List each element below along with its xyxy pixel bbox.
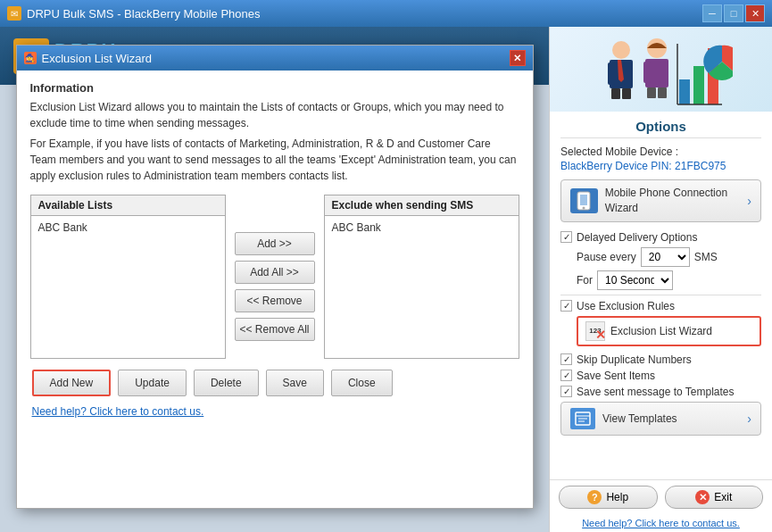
- svg-rect-13: [679, 79, 690, 104]
- save-sent-items-label: Save Sent Items: [577, 370, 655, 382]
- available-lists-panel: Available Lists ABC Bank: [30, 195, 226, 359]
- selected-device-label: Selected Mobile Device :: [560, 145, 761, 158]
- for-label: For: [577, 274, 593, 287]
- save-sent-items-row: ✓ Save Sent Items: [560, 370, 761, 382]
- arrow-right-icon: ›: [747, 194, 751, 208]
- title-bar-controls[interactable]: ─ □ ✕: [702, 4, 765, 22]
- use-exclusion-label: Use Exclusion Rules: [577, 300, 675, 312]
- minimize-button[interactable]: ─: [702, 4, 722, 22]
- svg-rect-20: [580, 195, 587, 205]
- available-lists-header: Available Lists: [30, 195, 226, 216]
- buttons-middle: Add >> Add All >> << Remove << Remove Al…: [235, 195, 315, 359]
- info-paragraph1: Exclusion List Wizard allows you to main…: [30, 99, 519, 131]
- lists-container: Available Lists ABC Bank Add >> Add All …: [30, 195, 519, 359]
- modal-title: Exclusion List Wizard: [42, 52, 153, 65]
- exclusion-icon: 123 ✕: [585, 321, 605, 341]
- header-illustration: [590, 30, 733, 109]
- exclusion-list-label: Exclusion List Wizard: [610, 325, 712, 337]
- pause-value-select[interactable]: 20 30 60: [641, 247, 690, 267]
- delayed-delivery-checkbox[interactable]: ✓: [560, 231, 572, 243]
- maximize-button[interactable]: □: [724, 4, 743, 22]
- title-bar-left: ✉ DRPU Bulk SMS - BlackBerry Mobile Phon…: [7, 6, 261, 21]
- delayed-delivery-label: Delayed Delivery Options: [577, 231, 697, 244]
- svg-rect-2: [608, 62, 615, 85]
- exclude-lists-box[interactable]: ABC Bank: [324, 216, 519, 359]
- save-sent-template-checkbox[interactable]: ✓: [560, 386, 572, 397]
- sms-label: SMS: [694, 251, 718, 263]
- add-new-button[interactable]: Add New: [32, 370, 112, 396]
- svg-rect-5: [622, 88, 631, 99]
- info-paragraph2: For Example, if you have lists of contac…: [30, 136, 519, 184]
- available-lists-box[interactable]: ABC Bank: [30, 216, 226, 359]
- help-label: Help: [606, 491, 628, 503]
- skip-duplicate-checkbox[interactable]: ✓: [560, 353, 572, 365]
- right-header-image: [550, 27, 772, 112]
- exclude-lists-header: Exclude when sending SMS: [324, 195, 519, 216]
- close-window-button[interactable]: ✕: [745, 4, 765, 22]
- help-button[interactable]: ? Help: [559, 486, 658, 509]
- save-sent-template-label: Save sent message to Templates: [577, 386, 735, 398]
- mobile-wizard-label: Mobile Phone Connection Wizard: [605, 186, 741, 216]
- modal-overlay: 🧙 Exclusion List Wizard ✕ Information Ex…: [0, 27, 549, 532]
- for-row: For 10 Seconds 20 Seconds 30 Seconds: [577, 270, 761, 290]
- mobile-phone-icon: [570, 188, 598, 213]
- right-options: Options Selected Mobile Device : BlackBe…: [550, 112, 772, 479]
- bottom-buttons: Add New Update Delete Save Close: [30, 370, 519, 396]
- app-icon: ✉: [7, 6, 21, 21]
- svg-rect-4: [611, 88, 620, 99]
- svg-rect-12: [658, 87, 667, 98]
- remove-button[interactable]: << Remove: [235, 289, 315, 312]
- modal-body: Information Exclusion List Wizard allows…: [17, 71, 533, 428]
- divider1: [560, 295, 761, 295]
- add-all-button[interactable]: Add All >>: [235, 261, 315, 284]
- exit-icon: ✕: [695, 490, 710, 504]
- pause-every-row: Pause every 20 30 60 SMS: [577, 247, 761, 267]
- use-exclusion-checkbox[interactable]: ✓: [560, 300, 572, 312]
- modal-dialog: 🧙 Exclusion List Wizard ✕ Information Ex…: [16, 45, 534, 509]
- exclude-lists-panel: Exclude when sending SMS ABC Bank: [324, 195, 519, 359]
- help-icon: ?: [587, 490, 602, 504]
- svg-rect-11: [647, 87, 656, 98]
- delete-button[interactable]: Delete: [194, 370, 259, 396]
- exclusion-list-wizard-button[interactable]: 123 ✕ Exclusion List Wizard: [577, 316, 761, 346]
- right-bottom-buttons: ? Help ✕ Exit: [550, 479, 772, 514]
- selected-device-value: BlackBerry Device PIN: 21FBC975: [560, 160, 761, 172]
- save-sent-items-checkbox[interactable]: ✓: [560, 370, 572, 381]
- pause-label: Pause every: [577, 251, 636, 263]
- skip-duplicate-row: ✓ Skip Duplicate Numbers: [560, 353, 761, 366]
- svg-point-21: [583, 206, 585, 209]
- use-exclusion-row: ✓ Use Exclusion Rules: [560, 300, 761, 312]
- view-templates-label: View Templates: [602, 412, 677, 425]
- skip-duplicate-label: Skip Duplicate Numbers: [577, 353, 692, 366]
- mobile-wizard-button[interactable]: Mobile Phone Connection Wizard ›: [560, 179, 761, 222]
- modal-close-button[interactable]: ✕: [510, 50, 526, 66]
- right-panel: Options Selected Mobile Device : BlackBe…: [549, 27, 772, 532]
- modal-help-link[interactable]: Need help? Click here to contact us.: [30, 405, 519, 418]
- svg-rect-3: [624, 62, 631, 85]
- delayed-delivery-row: ✓ Delayed Delivery Options: [560, 231, 761, 244]
- add-button[interactable]: Add >>: [235, 232, 315, 255]
- for-value-select[interactable]: 10 Seconds 20 Seconds 30 Seconds: [597, 270, 673, 290]
- info-section: Information Exclusion List Wizard allows…: [30, 81, 519, 184]
- window-title: DRPU Bulk SMS - BlackBerry Mobile Phones: [27, 7, 261, 21]
- close-button[interactable]: Close: [331, 370, 393, 396]
- modal-titlebar: 🧙 Exclusion List Wizard ✕: [17, 46, 533, 71]
- options-title: Options: [560, 119, 761, 138]
- update-button[interactable]: Update: [118, 370, 187, 396]
- save-button[interactable]: Save: [266, 370, 324, 396]
- exit-label: Exit: [714, 491, 732, 503]
- modal-titlebar-icon: 🧙: [24, 52, 37, 64]
- view-templates-button[interactable]: View Templates ›: [560, 402, 761, 436]
- exit-button[interactable]: ✕ Exit: [665, 486, 764, 509]
- list-item[interactable]: ABC Bank: [35, 220, 221, 236]
- info-heading: Information: [30, 81, 519, 95]
- title-bar: ✉ DRPU Bulk SMS - BlackBerry Mobile Phon…: [0, 0, 772, 27]
- save-sent-template-row: ✓ Save sent message to Templates: [560, 386, 761, 398]
- svg-point-0: [612, 41, 630, 59]
- main-content: ✉ DRPU Bulk SMS (For BlackBerry Mobile P…: [0, 27, 772, 532]
- templates-arrow-icon: ›: [747, 411, 751, 426]
- list-item[interactable]: ABC Bank: [328, 220, 515, 236]
- modal-titlebar-left: 🧙 Exclusion List Wizard: [24, 52, 153, 65]
- right-help-link[interactable]: Need help? Click here to contact us.: [550, 514, 772, 532]
- remove-all-button[interactable]: << Remove All: [235, 318, 315, 341]
